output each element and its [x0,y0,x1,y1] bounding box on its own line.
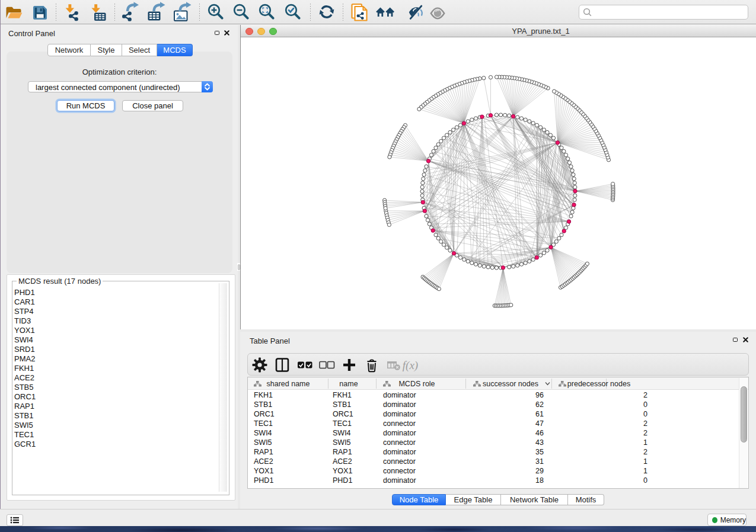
svg-text:f(x): f(x) [403,359,418,372]
